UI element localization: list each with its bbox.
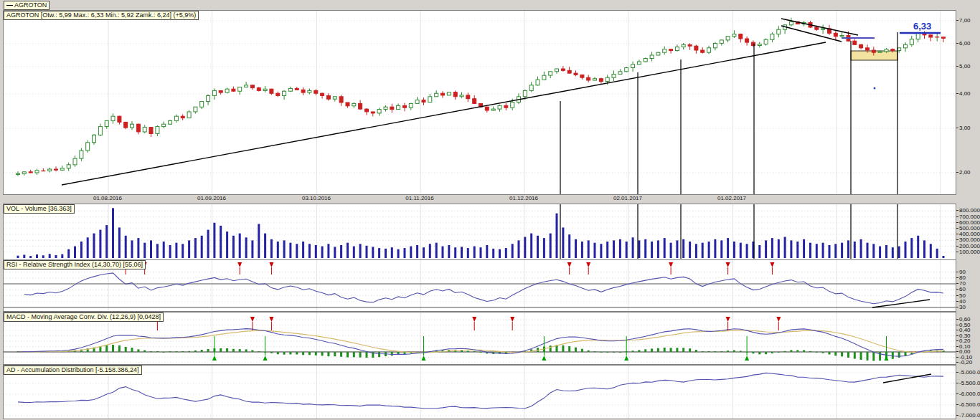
axis-tick-label: -7.000.000	[956, 412, 980, 419]
axis-tick-label: -5.500.000	[956, 380, 980, 386]
volume-panel: VOL - Volume [36.363]	[3, 204, 956, 260]
ad-chart-canvas[interactable]	[4, 366, 956, 419]
date-tick-label: 01.09.2016	[194, 195, 230, 201]
macd-panel: MACD - Moving Average Conv. Div. (12,26,…	[3, 312, 956, 365]
volume-legend: VOL - Volume [36.363]	[4, 204, 75, 214]
axis-tick-label: 100.000	[956, 249, 980, 255]
axis-tick-label: 5,00	[956, 63, 971, 70]
axis-tick-label: 6,00	[956, 40, 971, 47]
rsi-legend: RSI - Relative Strength Index (14,30,70)…	[4, 260, 146, 269]
price-chart-canvas[interactable]: 6,33	[4, 11, 956, 194]
axis-tick-label: 600.000	[956, 219, 980, 226]
axis-tick-label: 2,00	[956, 169, 971, 176]
axis-tick-label: 40	[956, 298, 966, 305]
series-line-icon	[6, 5, 13, 6]
axis-tick-label: 4,00	[956, 90, 971, 97]
price-panel: 6,33 AGROTON [Otw.: 5,99 Max.: 6,33 Min.…	[3, 10, 956, 195]
date-tick-label: 01.12.2016	[506, 195, 542, 201]
axis-tick-label: 0,10	[956, 343, 971, 350]
axis-tick-label: 0,40	[956, 327, 971, 333]
date-tick-label: 02.01.2017	[610, 195, 646, 201]
rsi-chart-canvas[interactable]	[4, 260, 956, 311]
price-legend: AGROTON [Otw.: 5,99 Max.: 6,33 Min.: 5,9…	[4, 11, 199, 20]
axis-tick-label: 60	[956, 286, 966, 292]
axis-tick-label: 800.000	[956, 207, 980, 214]
axis-tick-label: 0,00	[956, 348, 971, 355]
axis-tick-label: 400.000	[956, 231, 980, 237]
axis-tick-label: 30	[956, 304, 966, 310]
ad-panel: AD - Accumulation Distribution [-5.158.3…	[3, 365, 956, 419]
axis-tick-label: 70	[956, 280, 966, 287]
date-axis: 01.08.201601.09.201603.10.201601.11.2016…	[3, 194, 955, 204]
axis-tick-label: 3,00	[956, 125, 971, 131]
axis-tick-label: -5.000.000	[956, 369, 980, 376]
axis-tick-label: -6.500.000	[956, 401, 980, 408]
axis-tick-label: -6.000.000	[956, 391, 980, 397]
charting-app: AGROTON 6,33 AGROTON [Otw.: 5,99 Max.: 6…	[0, 0, 980, 420]
date-tick-label: 01.11.2016	[402, 195, 438, 201]
macd-legend: MACD - Moving Average Conv. Div. (12,26,…	[4, 312, 164, 322]
date-tick-label: 03.10.2016	[298, 195, 334, 201]
axis-tick-label: -0,10	[956, 354, 972, 361]
axis-tick-label: 300.000	[956, 237, 980, 243]
volume-chart-canvas[interactable]	[4, 204, 956, 259]
axis-tick-label: 0,60	[956, 316, 971, 323]
instrument-tab-label: AGROTON	[14, 1, 47, 9]
axis-tick-label: -0,20	[956, 359, 972, 366]
date-tick-label: 01.08.2016	[90, 195, 126, 201]
axis-tick-label: 90	[956, 269, 966, 275]
axis-tick-label: 200.000	[956, 243, 980, 249]
axis-tick-label: 0,50	[956, 322, 971, 328]
svg-text:6,33: 6,33	[913, 21, 931, 32]
axis-tick-label: 500.000	[956, 225, 980, 232]
ad-legend: AD - Accumulation Distribution [-5.158.3…	[4, 366, 142, 375]
instrument-tab[interactable]: AGROTON	[4, 1, 50, 10]
axis-tick-label: 700.000	[956, 214, 980, 220]
axis-tick-label: 7,00	[956, 17, 971, 24]
axis-tick-label: 0,30	[956, 333, 971, 339]
rsi-panel: RSI - Relative Strength Index (14,30,70)…	[3, 259, 956, 312]
axis-tick-label: 80	[956, 275, 966, 281]
axis-tick-label: 50	[956, 292, 966, 299]
axis-tick-label: 0,20	[956, 338, 971, 344]
date-tick-label: 01.02.2017	[714, 195, 750, 201]
